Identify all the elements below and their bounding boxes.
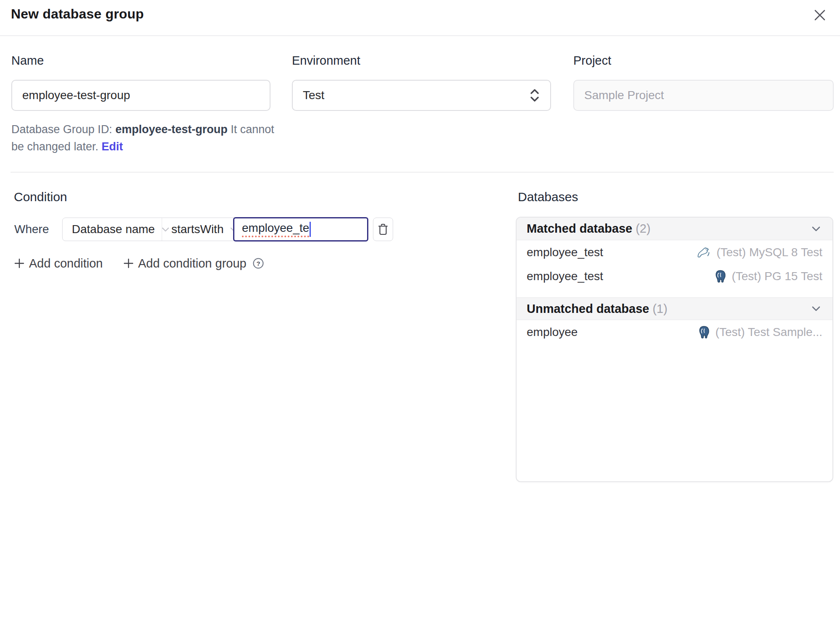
database-instance-label: (Test) MySQL 8 Test	[717, 246, 822, 259]
matched-database-label: Matched database	[527, 222, 632, 235]
postgresql-icon	[698, 326, 710, 339]
database-instance-meta: (Test) PG 15 Test	[714, 270, 822, 283]
database-instance-meta: (Test) MySQL 8 Test	[696, 246, 822, 259]
close-icon	[812, 8, 827, 23]
project-input-value: Sample Project	[584, 89, 664, 102]
table-row: employee_test (Test) MySQL 8 Test	[517, 240, 832, 264]
chevron-down-icon	[810, 223, 822, 235]
condition-field-select[interactable]: Database name	[63, 218, 162, 241]
section-divider	[10, 172, 834, 173]
condition-operator-select[interactable]: startsWith	[162, 218, 233, 241]
table-row: employee (Test) Test Sample...	[517, 320, 832, 344]
database-name: employee_test	[527, 270, 603, 283]
condition-row: Database name startsWith employee_te	[62, 218, 368, 241]
name-input-value: employee-test-group	[22, 89, 130, 102]
plus-icon	[123, 258, 134, 269]
databases-heading: Databases	[518, 190, 578, 204]
postgresql-icon	[714, 270, 727, 283]
id-note-prefix: Database Group ID:	[11, 123, 116, 136]
database-instance-meta: (Test) Test Sample...	[698, 326, 822, 339]
environment-select-value: Test	[303, 89, 324, 102]
condition-value-text: employee_te	[242, 221, 309, 237]
condition-actions: Add condition Add condition group ?	[14, 255, 264, 272]
unfold-chevrons-icon	[529, 88, 540, 103]
database-name: employee	[527, 326, 578, 339]
condition-field-value: Database name	[72, 223, 155, 236]
unmatched-database-section-header[interactable]: Unmatched database(1)	[517, 297, 832, 320]
matched-database-title: Matched database(2)	[527, 222, 651, 236]
plus-icon	[14, 258, 25, 269]
id-note-id: employee-test-group	[116, 123, 228, 136]
database-name: employee_test	[527, 246, 603, 259]
edit-id-link[interactable]: Edit	[102, 140, 123, 153]
unmatched-database-title: Unmatched database(1)	[527, 302, 667, 316]
condition-heading: Condition	[14, 190, 67, 204]
databases-panel: Matched database(2) employee_test (Test)…	[516, 217, 833, 482]
text-cursor	[310, 222, 311, 237]
matched-database-count: (2)	[635, 222, 650, 235]
add-condition-group-label: Add condition group	[138, 257, 247, 270]
add-condition-label: Add condition	[29, 257, 103, 270]
dialog-header: New database group	[0, 0, 840, 36]
condition-operator-value: startsWith	[171, 223, 223, 236]
database-group-id-note: Database Group ID: employee-test-group I…	[11, 121, 280, 155]
where-label: Where	[14, 218, 49, 241]
mysql-icon	[696, 247, 711, 258]
svg-text:?: ?	[256, 260, 260, 267]
matched-database-section-header[interactable]: Matched database(2)	[517, 218, 832, 240]
project-label: Project	[573, 54, 611, 68]
unmatched-database-count: (1)	[653, 302, 667, 315]
table-row: employee_test (Test) PG 15 Test	[517, 264, 832, 288]
environment-label: Environment	[292, 54, 360, 68]
project-input: Sample Project	[573, 80, 834, 111]
trash-icon	[377, 223, 389, 236]
condition-value-input[interactable]: employee_te	[233, 217, 368, 242]
chevron-down-icon	[810, 302, 822, 315]
add-condition-button[interactable]: Add condition	[14, 257, 103, 270]
database-instance-label: (Test) PG 15 Test	[732, 270, 822, 283]
delete-condition-button[interactable]	[373, 218, 393, 241]
add-condition-group-button[interactable]: Add condition group ?	[123, 257, 264, 270]
database-instance-label: (Test) Test Sample...	[715, 326, 822, 339]
name-label: Name	[11, 54, 44, 68]
name-input[interactable]: employee-test-group	[11, 80, 270, 111]
environment-select[interactable]: Test	[292, 80, 551, 111]
page-title: New database group	[11, 6, 144, 22]
unmatched-database-label: Unmatched database	[527, 302, 649, 315]
help-icon: ?	[252, 257, 264, 269]
close-button[interactable]	[811, 6, 829, 24]
